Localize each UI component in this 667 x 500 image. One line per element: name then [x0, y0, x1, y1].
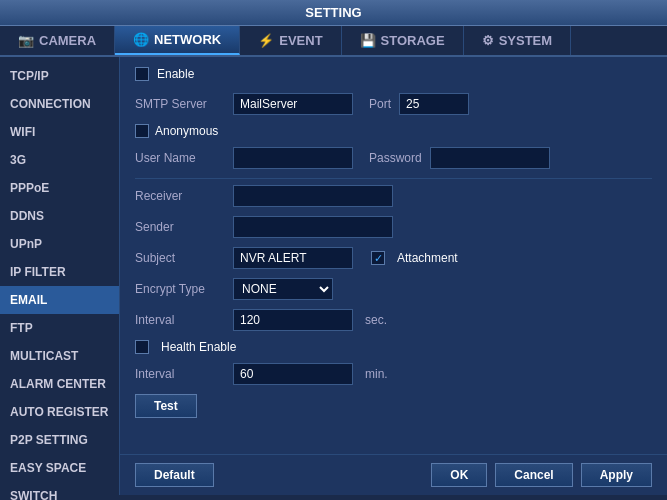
storage-icon: 💾	[360, 33, 376, 48]
port-input[interactable]	[399, 93, 469, 115]
sidebar-item-easyspace[interactable]: EASY SPACE	[0, 454, 119, 482]
sender-label: Sender	[135, 220, 225, 234]
ok-button[interactable]: OK	[431, 463, 487, 487]
test-button[interactable]: Test	[135, 394, 197, 418]
sidebar-item-ftp[interactable]: FTP	[0, 314, 119, 342]
sidebar-item-upnp[interactable]: UPnP	[0, 230, 119, 258]
sidebar-item-tcpip[interactable]: TCP/IP	[0, 62, 119, 90]
health-interval-label: Interval	[135, 367, 225, 381]
encrypt-row: Encrypt Type NONE SSL TLS	[135, 278, 652, 300]
main-layout: TCP/IP CONNECTION WIFI 3G PPPoE DDNS UPn…	[0, 57, 667, 495]
sender-input[interactable]	[233, 216, 393, 238]
system-icon: ⚙	[482, 33, 494, 48]
encrypt-label: Encrypt Type	[135, 282, 225, 296]
sidebar: TCP/IP CONNECTION WIFI 3G PPPoE DDNS UPn…	[0, 57, 120, 495]
username-input[interactable]	[233, 147, 353, 169]
tab-event[interactable]: ⚡ EVENT	[240, 26, 341, 55]
health-enable-checkbox[interactable]	[135, 340, 149, 354]
username-label: User Name	[135, 151, 225, 165]
sec-label: sec.	[365, 313, 387, 327]
subject-row: Subject Attachment	[135, 247, 652, 269]
sidebar-item-multicast[interactable]: MULTICAST	[0, 342, 119, 370]
anonymous-checkbox[interactable]	[135, 124, 149, 138]
tab-network-label: NETWORK	[154, 32, 221, 47]
min-label: min.	[365, 367, 388, 381]
sidebar-item-ddns[interactable]: DDNS	[0, 202, 119, 230]
test-row: Test	[135, 394, 652, 418]
tab-event-label: EVENT	[279, 33, 322, 48]
footer: Default OK Cancel Apply	[120, 454, 667, 495]
receiver-label: Receiver	[135, 189, 225, 203]
smtp-label: SMTP Server	[135, 97, 225, 111]
receiver-input[interactable]	[233, 185, 393, 207]
attachment-checkbox[interactable]	[371, 251, 385, 265]
interval-input[interactable]	[233, 309, 353, 331]
enable-checkbox[interactable]	[135, 67, 149, 81]
tab-system[interactable]: ⚙ SYSTEM	[464, 26, 571, 55]
default-button[interactable]: Default	[135, 463, 214, 487]
sidebar-item-autoregister[interactable]: AUTO REGISTER	[0, 398, 119, 426]
tab-camera-label: CAMERA	[39, 33, 96, 48]
network-icon: 🌐	[133, 32, 149, 47]
title-label: SETTING	[305, 5, 361, 20]
password-label: Password	[369, 151, 422, 165]
smtp-row: SMTP Server Port	[135, 93, 652, 115]
tab-network[interactable]: 🌐 NETWORK	[115, 26, 240, 55]
sidebar-item-pppoe[interactable]: PPPoE	[0, 174, 119, 202]
subject-label: Subject	[135, 251, 225, 265]
health-interval-row: Interval min.	[135, 363, 652, 385]
footer-right-buttons: OK Cancel Apply	[431, 463, 652, 487]
sidebar-item-switch[interactable]: SWITCH	[0, 482, 119, 500]
attachment-label: Attachment	[397, 251, 458, 265]
enable-label: Enable	[157, 67, 194, 81]
password-input[interactable]	[430, 147, 550, 169]
receiver-row: Receiver	[135, 185, 652, 207]
health-enable-label: Health Enable	[161, 340, 236, 354]
tab-storage-label: STORAGE	[381, 33, 445, 48]
encrypt-select[interactable]: NONE SSL TLS	[233, 278, 333, 300]
cancel-button[interactable]: Cancel	[495, 463, 572, 487]
sidebar-item-ipfilter[interactable]: IP FILTER	[0, 258, 119, 286]
anonymous-label: Anonymous	[155, 124, 218, 138]
sidebar-item-wifi[interactable]: WIFI	[0, 118, 119, 146]
credentials-row: User Name Password	[135, 147, 652, 169]
enable-row: Enable	[135, 67, 652, 81]
title-bar: SETTING	[0, 0, 667, 26]
smtp-input[interactable]	[233, 93, 353, 115]
health-enable-row: Health Enable	[135, 340, 652, 354]
anonymous-row: Anonymous	[135, 124, 652, 138]
camera-icon: 📷	[18, 33, 34, 48]
content-area: Enable SMTP Server Port Anonymous User N…	[120, 57, 667, 495]
sidebar-item-email[interactable]: EMAIL	[0, 286, 119, 314]
health-interval-input[interactable]	[233, 363, 353, 385]
port-label: Port	[369, 97, 391, 111]
sidebar-item-p2p[interactable]: P2P SETTING	[0, 426, 119, 454]
sender-row: Sender	[135, 216, 652, 238]
apply-button[interactable]: Apply	[581, 463, 652, 487]
sidebar-item-3g[interactable]: 3G	[0, 146, 119, 174]
tab-storage[interactable]: 💾 STORAGE	[342, 26, 464, 55]
interval-row: Interval sec.	[135, 309, 652, 331]
event-icon: ⚡	[258, 33, 274, 48]
tab-system-label: SYSTEM	[499, 33, 552, 48]
subject-input[interactable]	[233, 247, 353, 269]
interval-label: Interval	[135, 313, 225, 327]
tab-camera[interactable]: 📷 CAMERA	[0, 26, 115, 55]
sidebar-item-alarmcenter[interactable]: ALARM CENTER	[0, 370, 119, 398]
sidebar-item-connection[interactable]: CONNECTION	[0, 90, 119, 118]
top-tabs: 📷 CAMERA 🌐 NETWORK ⚡ EVENT 💾 STORAGE ⚙ S…	[0, 26, 667, 57]
